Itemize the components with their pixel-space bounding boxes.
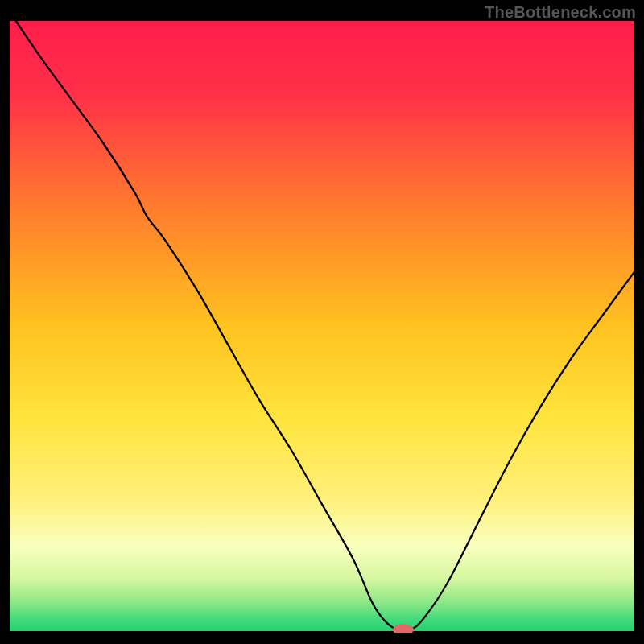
plot-area (10, 21, 634, 633)
chart-svg (10, 21, 634, 633)
watermark-text: TheBottleneck.com (485, 3, 636, 22)
chart-frame: TheBottleneck.com (0, 0, 644, 644)
gradient-background (10, 21, 634, 633)
